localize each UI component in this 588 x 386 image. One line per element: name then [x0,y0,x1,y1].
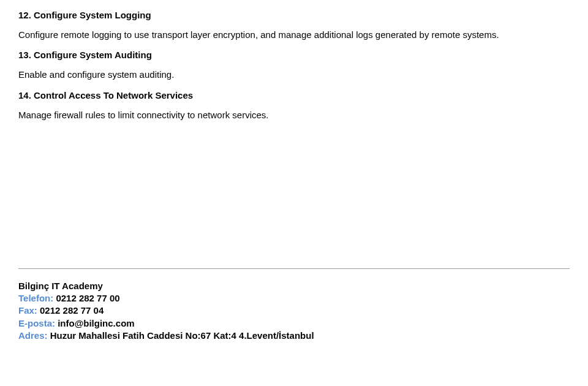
footer-address: Adres: Huzur Mahallesi Fatih Caddesi No:… [18,330,570,342]
footer-fax-label: Fax: [18,305,40,316]
footer-email-value: info@bilginc.com [58,318,134,328]
section-13-heading: 13. Configure System Auditing [18,50,570,60]
section-12-heading: 12. Configure System Logging [18,10,570,20]
section-13-body: Enable and configure system auditing. [18,69,570,81]
footer-address-value: Huzur Mahallesi Fatih Caddesi No:67 Kat:… [50,330,314,341]
section-14-body: Manage firewall rules to limit connectiv… [18,109,570,121]
footer-divider [18,268,570,269]
footer-block: Bilginç IT Academy Telefon: 0212 282 77 … [18,280,570,342]
footer-phone-label: Telefon: [18,293,56,303]
footer-address-label: Adres: [18,330,50,341]
footer-phone-value: 0212 282 77 00 [56,293,119,303]
document-content: 12. Configure System Logging Configure r… [18,10,570,342]
section-14-heading: 14. Control Access To Network Services [18,90,570,100]
footer-fax-value: 0212 282 77 04 [40,305,104,316]
footer-fax: Fax: 0212 282 77 04 [18,305,570,317]
footer-email: E-posta: info@bilginc.com [18,317,570,330]
footer-phone: Telefon: 0212 282 77 00 [18,292,570,305]
footer-academy-name: Bilginç IT Academy [18,280,570,292]
footer-email-label: E-posta: [18,318,58,328]
section-12-body: Configure remote logging to use transpor… [18,29,570,41]
